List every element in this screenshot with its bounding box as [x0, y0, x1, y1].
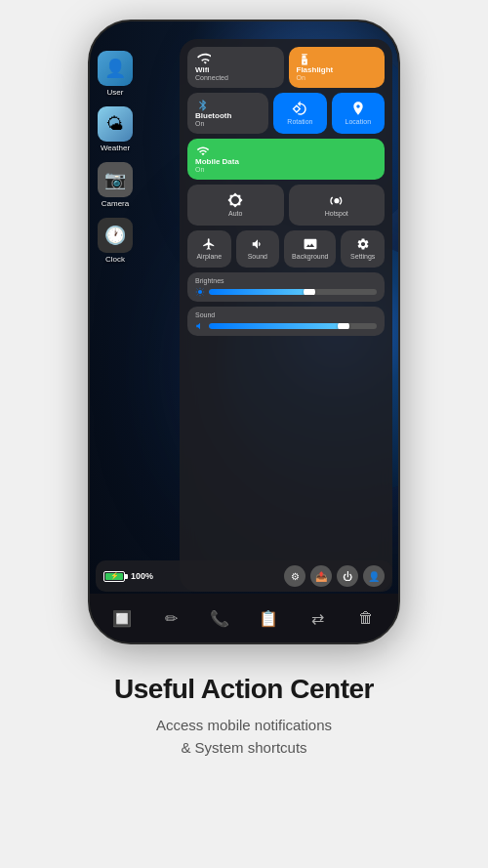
flashlight-tile[interactable]: Flashlight On [289, 47, 386, 88]
mobile-data-tile[interactable]: Mobile Data On [187, 139, 385, 180]
user-label: User [107, 88, 124, 97]
svg-point-0 [198, 290, 202, 294]
power-status-icon[interactable]: ⏻ [337, 565, 358, 587]
hotspot-tile[interactable]: Hotspot [289, 185, 386, 226]
auto-tile[interactable]: Auto [187, 185, 284, 226]
weather-label: Weather [101, 144, 130, 152]
brightness-thumb[interactable] [304, 289, 315, 295]
flashlight-label: Flashlight [297, 66, 334, 75]
cc-row-3: Mobile Data On [187, 139, 385, 180]
text-section: Useful Action Center Access mobile notif… [95, 644, 393, 868]
clock-icon: 🕐 [98, 218, 133, 253]
dock-notes-icon[interactable]: 📋 [255, 604, 282, 632]
bottom-dock: 🔲 ✏ 📞 📋 ⇄ 🗑 [90, 594, 398, 642]
app-camera[interactable]: 📷 Camera [98, 162, 133, 208]
mobile-data-icon [195, 145, 211, 158]
lock-status-icon[interactable]: 👤 [363, 565, 385, 587]
control-center-panel: Wifi Connected Flashlight On Blu [180, 39, 392, 592]
bluetooth-sub: On [195, 120, 204, 128]
airplane-icon [202, 237, 216, 251]
battery-percent: 100% [131, 571, 153, 581]
clock-label: Clock [105, 255, 125, 264]
bottom-status-bar: ⚡ 100% ⚙ 📤 ⏻ 👤 [96, 560, 392, 592]
main-title: Useful Action Center [114, 674, 374, 705]
background-icon [304, 237, 317, 251]
subtitle-line2: & System shortcuts [181, 739, 306, 756]
sound-track[interactable] [209, 323, 377, 329]
bluetooth-tile[interactable]: Bluetooth On [187, 93, 268, 134]
wifi-tile[interactable]: Wifi Connected [187, 47, 284, 88]
rotation-label: Rotation [287, 118, 312, 126]
location-tile[interactable]: Location [332, 93, 385, 134]
dock-trash-icon[interactable]: 🗑 [352, 604, 380, 632]
app-icon-list: 👤 User 🌤 Weather 📷 Camera 🕐 Clock [98, 51, 133, 264]
airplane-label: Airplane [196, 253, 222, 261]
location-label: Location [346, 118, 371, 126]
cc-row-2: Bluetooth On Rotation Location [187, 93, 385, 134]
flashlight-sub: On [297, 74, 305, 82]
brightness-fill [209, 289, 309, 295]
location-icon [350, 101, 366, 116]
weather-icon: 🌤 [98, 106, 133, 142]
hotspot-icon [329, 192, 345, 208]
settings-status-icon[interactable]: ⚙ [284, 565, 305, 587]
wifi-icon [195, 53, 211, 66]
brightness-title: Brightnes [195, 277, 377, 284]
user-icon: 👤 [98, 51, 133, 86]
bluetooth-label: Bluetooth [195, 112, 231, 121]
phone-screen: 👤 User 🌤 Weather 📷 Camera 🕐 Clock [90, 21, 398, 642]
sound-small-icon [195, 321, 205, 331]
sound-tile[interactable]: Sound [236, 230, 280, 268]
auto-label: Auto [228, 210, 242, 218]
sub-title: Access mobile notifications & System sho… [114, 715, 374, 759]
mobile-data-sub: On [195, 166, 204, 174]
brightness-small-icon [195, 287, 205, 297]
sound-icon [251, 237, 264, 251]
dock-switch-icon[interactable]: ⇄ [304, 604, 331, 632]
settings-label: Settings [350, 253, 375, 261]
battery-indicator: ⚡ [103, 571, 125, 582]
status-icon-group: ⚙ 📤 ⏻ 👤 [284, 565, 385, 587]
share-status-icon[interactable]: 📤 [310, 565, 332, 587]
camera-label: Camera [102, 199, 129, 208]
rotation-tile[interactable]: Rotation [273, 93, 326, 134]
cc-row-5: Airplane Sound Background [187, 230, 385, 268]
hotspot-label: Hotspot [325, 210, 348, 218]
app-clock[interactable]: 🕐 Clock [98, 218, 133, 264]
dock-phone-icon[interactable]: 📞 [206, 604, 233, 632]
sound-fill [209, 323, 344, 329]
mobile-data-label: Mobile Data [195, 158, 239, 167]
cc-row-4: Auto Hotspot [187, 185, 385, 226]
flashlight-icon [297, 53, 312, 66]
settings-icon [356, 237, 370, 251]
brightness-track[interactable] [209, 289, 377, 295]
dock-finder-icon[interactable]: 🔲 [108, 604, 136, 632]
sound-title: Sound [195, 311, 377, 318]
auto-brightness-icon [227, 192, 243, 208]
bluetooth-icon [195, 99, 211, 112]
wifi-label: Wifi [195, 66, 210, 75]
phone-frame: 👤 User 🌤 Weather 📷 Camera 🕐 Clock [88, 20, 400, 644]
battery-body: ⚡ [103, 571, 125, 582]
rotation-icon [292, 101, 307, 116]
app-weather[interactable]: 🌤 Weather [98, 106, 133, 152]
background-label: Background [292, 253, 328, 261]
app-user[interactable]: 👤 User [98, 51, 133, 97]
airplane-tile[interactable]: Airplane [187, 230, 231, 268]
sound-thumb[interactable] [338, 323, 349, 329]
brightness-slider-section: Brightnes [187, 272, 385, 302]
dock-pen-icon[interactable]: ✏ [157, 604, 184, 632]
cc-row-1: Wifi Connected Flashlight On [187, 47, 385, 88]
camera-icon: 📷 [98, 162, 133, 197]
background-tile[interactable]: Background [284, 230, 336, 268]
sound-slider-section: Sound [187, 307, 385, 336]
settings-tile[interactable]: Settings [341, 230, 385, 268]
battery-bolt: ⚡ [110, 572, 119, 580]
wifi-sub: Connected [195, 74, 228, 82]
subtitle-line1: Access mobile notifications [156, 717, 332, 733]
sound-label: Sound [248, 253, 267, 261]
